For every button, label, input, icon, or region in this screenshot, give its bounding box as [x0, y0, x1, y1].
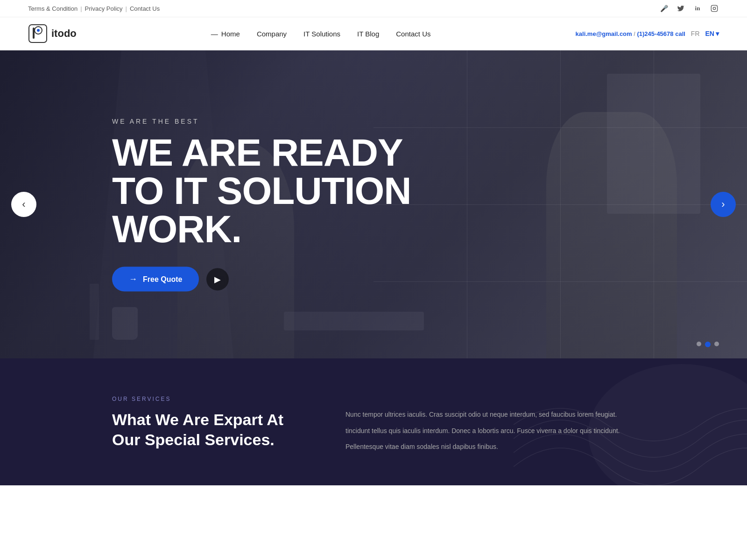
hero-title-line1: WE ARE READY [112, 133, 411, 172]
slider-next-button[interactable]: › [711, 192, 736, 217]
main-nav: Home Company IT Solutions IT Blog Contac… [221, 30, 431, 38]
svg-point-2 [716, 7, 716, 7]
social-icons: 🎤 in [659, 4, 719, 13]
nav-it-solutions[interactable]: IT Solutions [303, 30, 340, 38]
decorative-wave [514, 392, 747, 485]
hero-buttons: Free Quote ▶ [112, 267, 411, 292]
services-title: What We Are Expart At Our Special Servic… [112, 410, 308, 449]
services-eyebrow: OUR SERVICES [112, 396, 308, 402]
nav-contact[interactable]: Contact Us [396, 30, 430, 38]
hero-title: WE ARE READY TO IT SOLUTION WORK. [112, 133, 411, 248]
chevron-down-icon: ▾ [716, 30, 719, 37]
services-section: OUR SERVICES What We Are Expart At Our S… [0, 358, 747, 485]
terms-link[interactable]: Terms & Condition [28, 5, 78, 12]
dot-2[interactable] [705, 342, 711, 347]
nav-it-blog[interactable]: IT Blog [357, 30, 379, 38]
logo-text: itodo [51, 28, 77, 40]
email: kali.me@gmail.com [576, 30, 632, 37]
dot-3[interactable] [714, 342, 719, 346]
hero-title-line3: WORK. [112, 210, 411, 248]
call-label: call [675, 30, 685, 37]
top-bar-links: Terms & Condition | Privacy Policy | Con… [28, 5, 160, 12]
nav-company[interactable]: Company [257, 30, 287, 38]
lang-fr-btn[interactable]: FR [691, 30, 700, 37]
svg-point-6 [37, 29, 40, 32]
play-button[interactable]: ▶ [206, 268, 229, 290]
top-bar-right: 🎤 in [659, 4, 719, 13]
sep2: | [126, 5, 127, 12]
arrow-right-icon: › [721, 198, 725, 210]
phone-number[interactable]: (1)245-45678 [637, 30, 673, 37]
hero-content: WE ARE THE BEST WE ARE READY TO IT SOLUT… [112, 118, 411, 292]
hero-title-line2: TO IT SOLUTION [112, 172, 411, 210]
arrow-left-icon: ‹ [22, 198, 25, 210]
svg-rect-0 [711, 5, 717, 11]
free-quote-button[interactable]: Free Quote [112, 267, 199, 292]
instagram-icon[interactable] [710, 4, 719, 13]
logo-icon [28, 24, 48, 43]
hero-section: WE ARE THE BEST WE ARE READY TO IT SOLUT… [0, 50, 747, 358]
linkedin-icon[interactable]: in [693, 4, 702, 13]
header-right: kali.me@gmail.com / (1)245-45678 call FR… [576, 30, 719, 37]
logo[interactable]: itodo [28, 24, 77, 43]
top-bar: Terms & Condition | Privacy Policy | Con… [0, 0, 747, 17]
twitter-icon[interactable] [676, 4, 685, 13]
dot-1[interactable] [697, 342, 701, 346]
privacy-link[interactable]: Privacy Policy [85, 5, 123, 12]
topbar-contact-link[interactable]: Contact Us [130, 5, 160, 12]
header: itodo Home Company IT Solutions IT Blog … [0, 17, 747, 50]
sep1: | [80, 5, 82, 12]
svg-point-1 [713, 7, 715, 9]
slider-dots [697, 342, 719, 347]
hero-subtitle: WE ARE THE BEST [112, 118, 411, 125]
nav-home[interactable]: Home [221, 30, 240, 38]
contact-info: kali.me@gmail.com / (1)245-45678 call [576, 30, 685, 37]
lang-en-btn[interactable]: EN ▾ [705, 30, 719, 37]
mic-icon[interactable]: 🎤 [659, 4, 669, 13]
services-left: OUR SERVICES What We Are Expart At Our S… [112, 396, 308, 449]
play-icon: ▶ [214, 274, 221, 284]
slider-prev-button[interactable]: ‹ [11, 192, 36, 217]
